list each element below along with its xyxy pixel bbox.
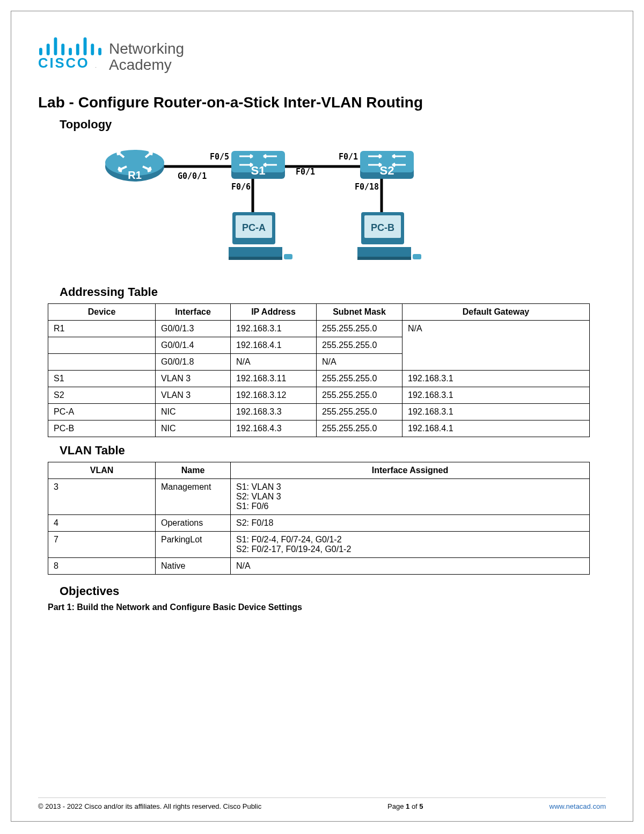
table-cell: 192.168.4.1 — [402, 420, 590, 437]
svg-rect-0 — [39, 48, 42, 55]
table-cell: N/A — [231, 354, 317, 371]
svg-text:R1: R1 — [128, 169, 142, 181]
table-cell: Operations — [156, 515, 231, 532]
table-cell — [48, 337, 156, 354]
objectives-part1: Part 1: Build the Network and Configure … — [48, 603, 606, 612]
table-cell: G0/0/1.8 — [156, 354, 231, 371]
table-cell: 255.255.255.0 — [317, 420, 402, 437]
table-header: Name — [156, 462, 231, 479]
svg-rect-26 — [229, 247, 282, 257]
table-cell: S1: VLAN 3S2: VLAN 3S1: F0/6 — [231, 479, 590, 515]
table-cell: S1 — [48, 371, 156, 387]
table-header: Default Gateway — [402, 304, 590, 321]
svg-text:G0/0/1: G0/0/1 — [178, 171, 207, 181]
table-cell: N/A — [231, 558, 590, 575]
svg-text:F0/1: F0/1 — [339, 152, 358, 162]
cisco-logo: CISCO . Networking Academy — [38, 33, 606, 72]
page-title: Lab - Configure Router-on-a-Stick Inter-… — [38, 94, 606, 111]
footer-copyright: © 2013 - 2022 Cisco and/or its affiliate… — [38, 802, 261, 810]
svg-text:PC-A: PC-A — [242, 222, 266, 233]
svg-rect-28 — [284, 254, 292, 259]
table-cell: N/A — [402, 321, 590, 371]
table-header: VLAN — [48, 462, 156, 479]
logo-line2: Academy — [109, 57, 184, 72]
table-cell: S1: F0/2-4, F0/7-24, G0/1-2S2: F0/2-17, … — [231, 532, 590, 558]
table-cell: 3 — [48, 479, 156, 515]
table-header: Subnet Mask — [317, 304, 402, 321]
table-cell: S2: F0/18 — [231, 515, 590, 532]
svg-rect-27 — [229, 257, 282, 260]
table-cell: 192.168.3.1 — [231, 321, 317, 337]
table-cell: 255.255.255.0 — [317, 387, 402, 404]
table-cell: S2 — [48, 387, 156, 404]
page-footer: © 2013 - 2022 Cisco and/or its affiliate… — [38, 797, 606, 810]
table-cell: 8 — [48, 558, 156, 575]
table-cell: Native — [156, 558, 231, 575]
table-cell: G0/0/1.3 — [156, 321, 231, 337]
table-cell: 192.168.3.12 — [231, 387, 317, 404]
table-cell: VLAN 3 — [156, 371, 231, 387]
svg-text:S2: S2 — [380, 164, 394, 177]
pc-b-icon: PC-B — [357, 212, 421, 260]
table-cell: PC-A — [48, 404, 156, 420]
table-cell: 255.255.255.0 — [317, 337, 402, 354]
table-cell: Management — [156, 479, 231, 515]
table-cell — [48, 354, 156, 371]
table-cell: VLAN 3 — [156, 387, 231, 404]
svg-rect-6 — [84, 37, 87, 55]
svg-text:F0/18: F0/18 — [355, 182, 379, 192]
table-cell: 192.168.3.1 — [402, 404, 590, 420]
table-cell: 192.168.3.11 — [231, 371, 317, 387]
table-cell: 255.255.255.0 — [317, 371, 402, 387]
svg-text:S1: S1 — [251, 164, 266, 177]
table-cell: 192.168.3.3 — [231, 404, 317, 420]
vlan-heading: VLAN Table — [60, 444, 606, 458]
table-cell: NIC — [156, 420, 231, 437]
svg-text:F0/6: F0/6 — [231, 182, 251, 192]
footer-page: Page 1 of 5 — [387, 802, 423, 810]
svg-rect-7 — [91, 43, 94, 55]
footer-url[interactable]: www.netacad.com — [550, 802, 606, 810]
router-icon: R1 — [105, 150, 164, 182]
svg-rect-2 — [54, 37, 57, 55]
document-page: CISCO . Networking Academy Lab - Configu… — [11, 11, 633, 822]
pc-a-icon: PC-A — [229, 212, 292, 260]
svg-text:F0/1: F0/1 — [296, 167, 315, 177]
table-header: Interface — [156, 304, 231, 321]
svg-text:PC-B: PC-B — [371, 222, 394, 233]
svg-rect-33 — [357, 257, 411, 260]
svg-rect-32 — [357, 247, 411, 257]
table-cell: 192.168.4.1 — [231, 337, 317, 354]
svg-text:F0/5: F0/5 — [210, 152, 229, 162]
table-cell: N/A — [317, 354, 402, 371]
svg-rect-1 — [47, 43, 50, 55]
svg-rect-8 — [98, 48, 101, 55]
switch2-icon: S2 — [360, 151, 414, 179]
svg-text:CISCO: CISCO — [38, 55, 90, 70]
svg-rect-34 — [413, 254, 421, 259]
vlan-table: VLANNameInterface Assigned 3ManagementS1… — [48, 462, 590, 575]
cisco-bars-icon: CISCO . — [38, 33, 101, 72]
table-cell: PC-B — [48, 420, 156, 437]
svg-rect-3 — [61, 43, 64, 55]
addressing-table: DeviceInterfaceIP AddressSubnet MaskDefa… — [48, 303, 590, 437]
table-cell: 192.168.4.3 — [231, 420, 317, 437]
table-cell: 192.168.3.1 — [402, 387, 590, 404]
objectives-heading: Objectives — [60, 584, 606, 598]
table-cell: 4 — [48, 515, 156, 532]
table-header: IP Address — [231, 304, 317, 321]
svg-rect-5 — [76, 43, 79, 55]
table-header: Interface Assigned — [231, 462, 590, 479]
svg-rect-4 — [69, 48, 72, 55]
addressing-heading: Addressing Table — [60, 285, 606, 299]
table-header: Device — [48, 304, 156, 321]
table-cell: 7 — [48, 532, 156, 558]
table-cell: 255.255.255.0 — [317, 404, 402, 420]
switch1-icon: S1 — [231, 151, 285, 179]
table-cell: 192.168.3.1 — [402, 371, 590, 387]
logo-line1: Networking — [109, 41, 184, 56]
table-cell: NIC — [156, 404, 231, 420]
svg-text:.: . — [95, 63, 97, 69]
table-cell: R1 — [48, 321, 156, 337]
topology-diagram: R1 S1 — [92, 137, 446, 279]
